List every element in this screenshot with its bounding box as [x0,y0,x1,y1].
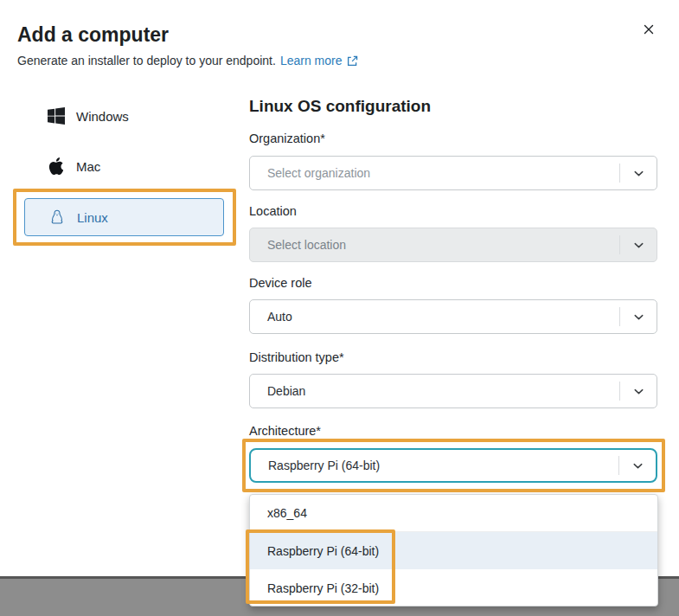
location-label: Location [249,204,297,218]
apple-logo-icon [48,157,65,175]
tab-windows[interactable]: Windows [24,97,224,135]
page-title: Add a computer [17,23,169,47]
close-icon [642,22,656,40]
modal-subtitle: Generate an installer to deploy to your … [17,54,359,67]
chevron-down-icon [620,239,657,252]
form-heading: Linux OS configuration [249,97,431,116]
organization-label: Organization* [249,132,325,145]
close-button[interactable] [638,21,659,42]
option-raspberry-pi-32[interactable]: Raspberry Pi (32-bit) [250,569,657,606]
distribution-type-select[interactable]: Debian [249,374,657,408]
add-computer-modal: Add a computer Generate an installer to … [0,0,679,616]
location-select: Select location [249,228,657,262]
option-x86-64[interactable]: x86_64 [250,495,657,532]
tab-linux[interactable]: Linux [24,198,224,236]
distribution-type-value: Debian [250,384,619,398]
windows-logo-icon [48,107,65,125]
architecture-label: Architecture* [249,424,321,438]
device-role-select[interactable]: Auto [249,299,657,334]
tab-mac[interactable]: Mac [24,147,224,185]
chevron-down-icon [620,167,657,180]
architecture-value: Raspberry Pi (64-bit) [251,459,618,472]
subtitle-text: Generate an installer to deploy to your … [17,54,276,67]
linux-tux-icon [48,209,66,226]
tab-linux-label: Linux [77,210,108,225]
chevron-down-icon [620,311,657,324]
device-role-value: Auto [250,310,619,324]
device-role-label: Device role [249,276,312,290]
tab-mac-label: Mac [76,159,100,174]
chevron-down-icon [619,459,656,472]
external-link-icon [346,55,359,67]
architecture-dropdown-list: x86_64 Raspberry Pi (64-bit) Raspberry P… [249,494,658,606]
option-raspberry-pi-64[interactable]: Raspberry Pi (64-bit) [250,532,657,569]
distribution-type-label: Distribution type* [249,350,344,364]
architecture-select[interactable]: Raspberry Pi (64-bit) [249,448,657,483]
tab-windows-label: Windows [76,109,129,124]
organization-select[interactable]: Select organization [249,156,657,190]
organization-placeholder: Select organization [250,166,619,180]
location-placeholder: Select location [250,238,619,252]
learn-more-link[interactable]: Learn more [280,54,343,67]
chevron-down-icon [620,385,657,398]
